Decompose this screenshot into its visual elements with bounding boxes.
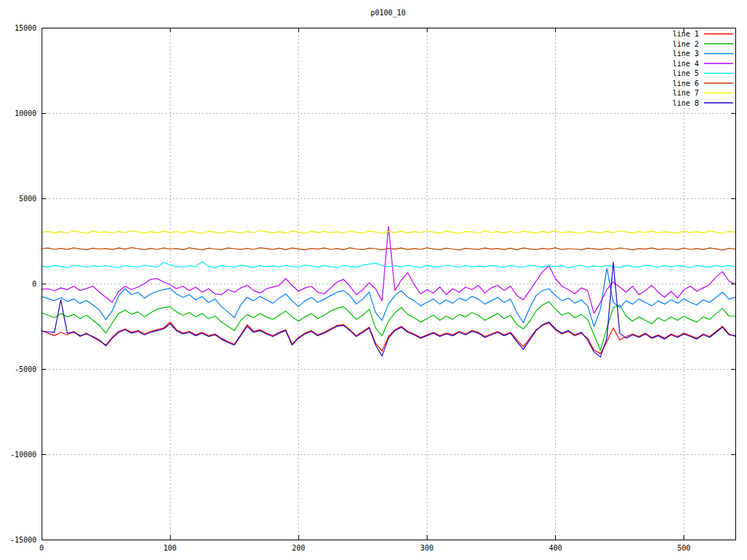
legend-item: line 8 xyxy=(673,99,733,107)
x-axis-tick-label: 200 xyxy=(292,544,305,552)
axis-labels: 0100200300400500-15000-10000-50000500010… xyxy=(10,24,691,553)
series-line-8 xyxy=(42,262,735,357)
chart: 0100200300400500-15000-10000-50000500010… xyxy=(0,0,747,560)
y-axis-tick-label: 0 xyxy=(32,280,36,288)
legend-label: line 2 xyxy=(673,40,699,48)
chart-title: p0100_10 xyxy=(371,9,406,18)
x-axis-tick-label: 100 xyxy=(163,544,177,552)
series-layer xyxy=(42,227,735,357)
y-axis-tick-label: -5000 xyxy=(15,365,36,373)
legend-label: line 7 xyxy=(673,89,699,97)
x-axis-tick-label: 300 xyxy=(420,544,433,552)
legend-item: line 4 xyxy=(673,60,733,68)
x-axis-tick-label: 400 xyxy=(549,544,562,552)
legend-label: line 5 xyxy=(673,69,699,77)
series-line-3 xyxy=(42,268,735,327)
series-line-2 xyxy=(42,302,735,351)
legend-item: line 1 xyxy=(673,30,733,38)
legend-label: line 6 xyxy=(673,79,699,88)
x-axis-tick-label: 500 xyxy=(678,544,691,552)
gnuplot-window: 0100200300400500-15000-10000-50000500010… xyxy=(0,0,747,560)
legend-item: line 3 xyxy=(673,50,733,58)
y-axis-tick-label: 10000 xyxy=(15,109,36,117)
legend-item: line 5 xyxy=(673,69,733,77)
y-axis-tick-label: 15000 xyxy=(15,24,36,32)
legend: line 1line 2line 3line 4line 5line 6line… xyxy=(673,30,733,107)
legend-label: line 1 xyxy=(673,30,699,38)
y-axis-tick-label: -15000 xyxy=(10,536,36,544)
legend-item: line 6 xyxy=(673,79,733,88)
legend-label: line 3 xyxy=(673,50,699,58)
grid-layer xyxy=(42,28,735,540)
series-line-7 xyxy=(42,230,735,233)
series-line-5 xyxy=(42,262,735,268)
y-axis-tick-label: 5000 xyxy=(19,195,36,203)
y-axis-tick-label: -10000 xyxy=(10,451,36,459)
legend-label: line 8 xyxy=(673,99,699,107)
legend-item: line 2 xyxy=(673,40,733,48)
x-axis-tick-label: 0 xyxy=(39,544,44,552)
series-line-6 xyxy=(42,248,735,250)
legend-label: line 4 xyxy=(673,60,699,68)
series-line-4 xyxy=(42,227,735,314)
legend-item: line 7 xyxy=(673,89,733,97)
